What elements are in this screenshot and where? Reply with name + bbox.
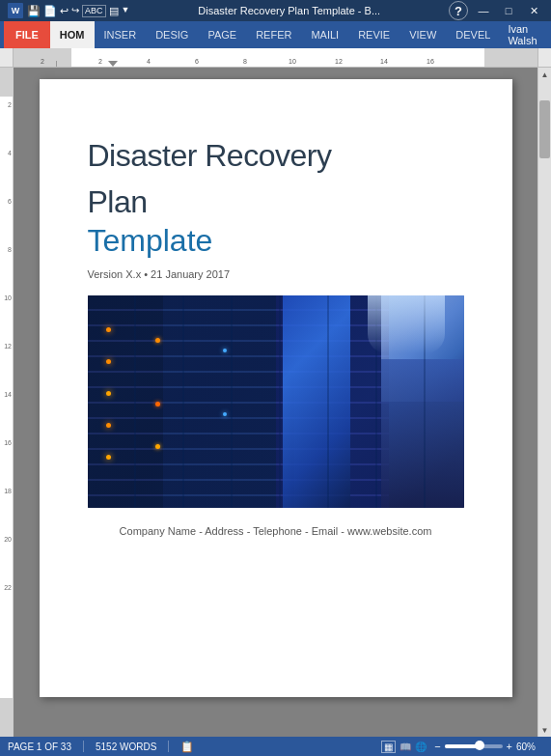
zoom-percentage[interactable]: 60% (516, 742, 543, 752)
ruler-mark: 8 (243, 58, 247, 65)
close-button[interactable]: ✕ (524, 3, 543, 18)
scroll-down-button[interactable]: ▼ (538, 723, 551, 737)
ruler-active: 2 4 6 8 10 12 14 16 18 20 22 (0, 97, 13, 698)
scroll-up-button[interactable]: ▲ (538, 68, 551, 81)
status-separator-2 (168, 741, 169, 752)
tab-home[interactable]: HOM (50, 21, 95, 48)
ruler-tick (56, 61, 57, 67)
undo-icon[interactable]: ↩ (60, 5, 69, 17)
page-count: PAGE 1 OF 33 (8, 742, 71, 752)
tab-file[interactable]: FILE (4, 21, 50, 48)
ruler-num-10: 10 (4, 294, 12, 301)
page-title-line2: Plan (88, 183, 464, 220)
dropdown-icon[interactable]: ▼ (122, 5, 130, 17)
tab-insert[interactable]: INSER (95, 21, 147, 48)
title-bar-controls: ? — □ ✕ (449, 1, 543, 20)
zoom-slider-thumb[interactable] (475, 741, 484, 750)
status-separator-1 (83, 741, 84, 752)
spell-check-icon[interactable]: ABC (82, 5, 106, 17)
user-area: Ivan Walsh K (500, 21, 551, 48)
tab-view[interactable]: VIEW (399, 21, 446, 48)
status-bar: PAGE 1 OF 33 5152 WORDS 📋 ▦ 📖 🌐 − + 60% (0, 737, 551, 756)
ruler-right-end (537, 48, 551, 67)
app-icon: W (8, 3, 23, 18)
minimize-button[interactable]: — (474, 3, 493, 18)
format-icon[interactable]: ▤ (109, 5, 119, 17)
zoom-control: − + 60% (434, 741, 543, 752)
ruler-num-22: 22 (4, 584, 12, 591)
zoom-in-button[interactable]: + (507, 741, 512, 752)
zoom-slider[interactable] (445, 744, 503, 748)
print-layout-icon[interactable]: ▦ (381, 741, 396, 753)
zoom-out-button[interactable]: − (434, 741, 440, 752)
ruler-mark: 2 (41, 58, 44, 65)
ruler-margin-top (0, 68, 13, 97)
tab-developer[interactable]: DEVEL (446, 21, 500, 48)
ruler-num-20: 20 (4, 536, 12, 543)
status-right: ▦ 📖 🌐 − + 60% (381, 741, 543, 753)
top-ruler-area: 2 2 4 6 8 10 12 14 16 (0, 48, 551, 68)
help-button[interactable]: ? (449, 1, 468, 20)
word-count: 5152 WORDS (96, 742, 156, 752)
ruler-num-6: 6 (8, 198, 12, 205)
ruler-num-16: 16 (4, 439, 12, 446)
new-icon[interactable]: 📄 (43, 5, 57, 17)
ruler-num-8: 8 (8, 246, 12, 253)
server-image (88, 295, 464, 508)
title-bar-left: W 💾 📄 ↩ ↪ ABC ▤ ▼ (8, 3, 129, 18)
page-title-line1: Disaster Recovery (88, 137, 464, 174)
document-page: Disaster Recovery Plan Template Version … (40, 79, 512, 697)
quick-access-bar: 💾 📄 ↩ ↪ ABC ▤ ▼ (27, 5, 129, 17)
scroll-track[interactable] (538, 81, 551, 723)
user-name[interactable]: Ivan Walsh (500, 21, 551, 48)
vertical-ruler: 2 4 6 8 10 12 14 16 18 20 22 (0, 68, 14, 737)
main-area: 2 4 6 8 10 12 14 16 18 20 22 Disaster Re… (0, 68, 551, 737)
redo-icon[interactable]: ↪ (71, 5, 79, 17)
horizontal-ruler: 2 2 4 6 8 10 12 14 16 (14, 48, 537, 67)
tab-stop-indicator (108, 61, 118, 67)
ruler-num-4: 4 (8, 150, 12, 156)
ruler-mark: 12 (335, 58, 343, 65)
window-title: Disaster Recovery Plan Template - B... (129, 5, 449, 16)
ruler-num-18: 18 (4, 488, 12, 494)
read-mode-icon[interactable]: 📖 (399, 742, 411, 752)
scroll-thumb[interactable] (539, 100, 550, 158)
page-title-area: Disaster Recovery Plan Template Version … (88, 137, 464, 280)
ruler-margin-bottom (0, 698, 13, 737)
ruler-mark: 6 (195, 58, 199, 65)
page-footer: Company Name - Address - Telephone - Ema… (88, 525, 464, 537)
tab-review[interactable]: REVIE (348, 21, 399, 48)
ribbon-tab-row: FILE HOM INSER DESIG PAGE REFER MAILI RE… (0, 21, 551, 48)
ruler-mark: 2 (98, 58, 102, 65)
view-controls: ▦ 📖 🌐 (381, 741, 427, 753)
tab-references[interactable]: REFER (246, 21, 301, 48)
ruler-mark: 16 (427, 58, 434, 65)
ruler-mark: 10 (289, 58, 296, 65)
document-check-icon: 📋 (180, 741, 194, 753)
ruler-num-14: 14 (4, 391, 12, 398)
tab-design[interactable]: DESIG (146, 21, 198, 48)
page-subtitle: Template (88, 223, 464, 259)
tab-page[interactable]: PAGE (198, 21, 246, 48)
ruler-num-2: 2 (8, 101, 12, 108)
ruler-mark: 4 (147, 58, 151, 65)
document-scroll-area[interactable]: Disaster Recovery Plan Template Version … (14, 68, 537, 737)
tab-mailings[interactable]: MAILI (301, 21, 348, 48)
title-bar: W 💾 📄 ↩ ↪ ABC ▤ ▼ Disaster Recovery Plan… (0, 0, 551, 21)
page-version: Version X.x • 21 January 2017 (88, 268, 464, 280)
ruler-corner (0, 48, 14, 67)
ruler-num-12: 12 (4, 343, 12, 350)
vertical-scrollbar[interactable]: ▲ ▼ (537, 68, 551, 737)
maximize-button[interactable]: □ (499, 3, 518, 18)
save-icon[interactable]: 💾 (27, 5, 41, 17)
web-layout-icon[interactable]: 🌐 (415, 742, 427, 752)
ruler-mark: 14 (380, 58, 388, 65)
